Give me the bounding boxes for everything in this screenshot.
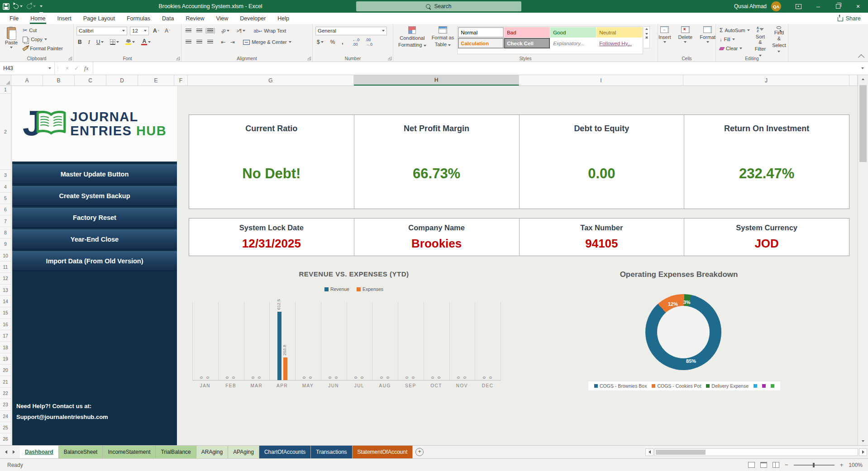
redo-button[interactable] (27, 1, 36, 11)
scroll-left-arrow[interactable] (645, 448, 653, 456)
row-header-6[interactable]: 6 (0, 204, 11, 215)
menu-tab-developer[interactable]: Developer (234, 13, 272, 24)
close-button[interactable]: × (848, 0, 868, 13)
column-header-C[interactable]: C (75, 75, 106, 86)
percent-style-button[interactable]: % (329, 39, 337, 45)
scroll-down-arrow[interactable] (858, 437, 868, 445)
align-right-button[interactable] (206, 40, 215, 44)
bold-button[interactable]: B (76, 39, 83, 45)
fill-button[interactable]: ↓Fill (719, 35, 751, 44)
menu-tab-home[interactable]: Home (24, 13, 51, 24)
scroll-right-arrow[interactable] (859, 448, 867, 456)
decrease-indent-button[interactable]: ⇤ (219, 39, 227, 45)
accounting-format-button[interactable]: $ (315, 39, 325, 45)
font-size-select[interactable]: 12 (130, 27, 149, 35)
row-header-1[interactable]: 1 (0, 86, 11, 94)
zoom-out-button[interactable]: − (785, 461, 788, 468)
row-header-22[interactable]: 22 (0, 388, 11, 399)
help-email[interactable]: Support@journalentrieshub.com (16, 414, 108, 420)
menu-tab-formulas[interactable]: Formulas (121, 13, 156, 24)
undo-button[interactable] (14, 1, 23, 11)
scroll-up-arrow[interactable] (858, 75, 868, 83)
search-box[interactable]: Search (356, 1, 521, 11)
prev-sheet-arrow[interactable] (5, 450, 7, 454)
menu-tab-file[interactable]: File (4, 13, 24, 24)
sheet-tab-transactions[interactable]: Transactions (311, 446, 352, 458)
select-all-corner[interactable] (0, 75, 11, 86)
sheet-tab-incomestatement[interactable]: IncomeStatement (103, 446, 156, 458)
style-chip-neutral[interactable]: Neutral (596, 27, 642, 38)
sidebar-button-import-data-from-old-version-[interactable]: Import Data (From Old Version) (12, 251, 177, 271)
formula-bar-expand-button[interactable] (857, 62, 868, 75)
horizontal-scrollbar[interactable] (645, 446, 867, 458)
font-dialog-launcher[interactable] (176, 57, 180, 60)
menu-tab-view[interactable]: View (210, 13, 234, 24)
merge-center-button[interactable]: Merge & Center (242, 38, 292, 47)
qat-customize-button[interactable] (40, 1, 43, 11)
formula-input[interactable] (93, 62, 857, 75)
autosum-button[interactable]: ΣAutoSum (719, 26, 751, 35)
row-header-4[interactable]: 4 (0, 181, 11, 192)
clear-button[interactable]: Clear (719, 44, 751, 53)
menu-tab-review[interactable]: Review (180, 13, 210, 24)
orientation-button[interactable]: ab (219, 29, 231, 33)
zoom-slider-thumb[interactable] (813, 463, 815, 467)
row-header-13[interactable]: 13 (0, 285, 11, 296)
paste-button[interactable]: Paste (3, 26, 20, 53)
comma-style-button[interactable]: , (340, 39, 344, 45)
align-left-button[interactable] (184, 40, 193, 44)
row-header-23[interactable]: 23 (0, 399, 11, 410)
borders-button[interactable] (109, 39, 120, 45)
next-sheet-arrow[interactable] (13, 450, 15, 454)
italic-button[interactable]: I (87, 39, 91, 46)
normal-view-button[interactable] (748, 462, 755, 468)
zoom-in-button[interactable]: + (840, 461, 844, 468)
restore-button[interactable] (828, 0, 848, 13)
zoom-slider[interactable] (794, 465, 835, 466)
new-sheet-button[interactable]: + (413, 446, 426, 458)
clipboard-dialog-launcher[interactable] (68, 57, 72, 60)
find-select-button[interactable]: Find & Select (770, 26, 788, 54)
delete-cells-button[interactable]: × Delete (676, 26, 695, 54)
style-chip-followed-hy-[interactable]: Followed Hy... (596, 38, 642, 48)
align-center-button[interactable] (195, 40, 204, 44)
vertical-scrollbar[interactable] (858, 75, 868, 445)
wrap-text-button[interactable]: ab↩Wrap Text (253, 26, 287, 35)
sheet-tab-chartofaccounts[interactable]: ChartOfAccounts (259, 446, 311, 458)
row-header-26[interactable]: 26 (0, 433, 11, 445)
row-header-11[interactable]: 11 (0, 262, 11, 273)
row-header-16[interactable]: 16 (0, 319, 11, 330)
row-header-5[interactable]: 5 (0, 193, 11, 204)
menu-tab-page-layout[interactable]: Page Layout (77, 13, 121, 24)
column-header-A[interactable]: A (11, 75, 43, 86)
sidebar-button-create-system-backup[interactable]: Create System Backup (12, 186, 177, 206)
row-header-10[interactable]: 10 (0, 250, 11, 262)
zoom-level[interactable]: 100% (849, 462, 863, 468)
sort-filter-button[interactable]: AZ Sort & Filter (753, 26, 768, 54)
collapse-ribbon-button[interactable] (858, 54, 864, 61)
row-header-19[interactable]: 19 (0, 353, 11, 365)
menu-tab-insert[interactable]: Insert (52, 13, 77, 24)
cut-button[interactable]: ✂Cut (22, 26, 64, 35)
column-header-J[interactable]: J (683, 75, 849, 86)
column-header-G[interactable]: G (188, 75, 354, 86)
font-family-select[interactable]: Calibri (76, 27, 127, 35)
row-header-25[interactable]: 25 (0, 422, 11, 433)
align-top-button[interactable] (184, 29, 193, 33)
format-cells-button[interactable]: Format (697, 26, 718, 54)
menu-tab-data[interactable]: Data (156, 13, 180, 24)
number-dialog-launcher[interactable] (388, 57, 391, 60)
sidebar-button-year-end-close[interactable]: Year-End Close (12, 229, 177, 249)
row-header-18[interactable]: 18 (0, 342, 11, 353)
style-chip-bad[interactable]: Bad (504, 27, 550, 38)
underline-button[interactable]: U (95, 39, 105, 45)
style-chip-explanatory-[interactable]: Explanatory... (550, 38, 596, 48)
insert-function-button[interactable]: fx (84, 65, 88, 72)
horizontal-scroll-thumb[interactable] (656, 450, 706, 455)
conditional-formatting-button[interactable]: Conditional Formatting (396, 26, 429, 54)
column-header-D[interactable]: D (106, 75, 138, 86)
column-header-I[interactable]: I (519, 75, 683, 86)
menu-tab-help[interactable]: Help (272, 13, 295, 24)
row-header-3[interactable]: 3 (0, 170, 11, 181)
row-header-15[interactable]: 15 (0, 307, 11, 319)
